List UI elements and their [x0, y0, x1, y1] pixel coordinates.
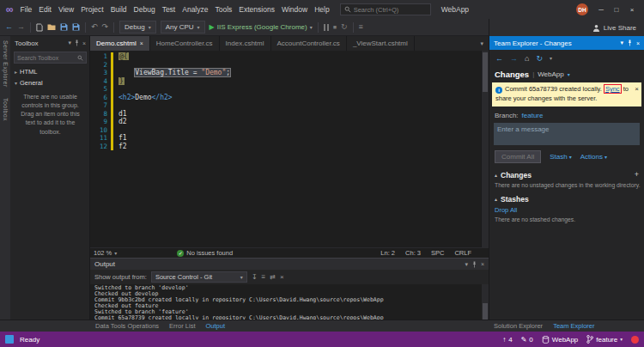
navigate-forward-icon[interactable]: →: [17, 23, 25, 31]
menu-build[interactable]: Build: [107, 5, 131, 14]
toolbox-search-input[interactable]: [17, 55, 76, 61]
close-icon[interactable]: ×: [636, 40, 640, 46]
tab-demo-cshtml[interactable]: Demo.cshtml×: [90, 36, 150, 51]
menu-file[interactable]: File: [17, 5, 36, 14]
pin-icon[interactable]: [627, 40, 633, 46]
live-share-button[interactable]: Live Share: [604, 24, 636, 32]
tab-data-tools-operations[interactable]: Data Tools Operations: [90, 322, 164, 330]
scrollbar-thumb[interactable]: [483, 52, 488, 92]
commit-all-button[interactable]: Commit All: [495, 150, 541, 163]
stop-icon[interactable]: ■: [333, 24, 337, 30]
status-ready: Ready: [20, 336, 39, 344]
tab-accountcontroller-cs[interactable]: AccountController.cs: [271, 36, 347, 51]
menu-window[interactable]: Window: [278, 5, 311, 14]
repository-indicator[interactable]: WebApp: [542, 336, 579, 344]
chevron-down-icon[interactable]: ▾: [620, 40, 623, 46]
document-list-icon[interactable]: ▾: [480, 40, 483, 47]
maximize-button[interactable]: □: [609, 3, 624, 16]
tab-solution-explorer[interactable]: Solution Explorer: [489, 322, 548, 330]
stash-dropdown[interactable]: Stash▾: [550, 153, 571, 161]
restart-icon[interactable]: ↻: [341, 23, 348, 31]
break-all-icon[interactable]: [324, 24, 329, 31]
background-tasks-icon[interactable]: [5, 335, 14, 344]
open-folder-icon[interactable]: [47, 23, 56, 31]
output-source-dropdown[interactable]: Source Control - Git▾: [151, 271, 247, 283]
forward-icon[interactable]: →: [510, 54, 518, 63]
close-icon[interactable]: ×: [635, 84, 639, 94]
clear-output-icon[interactable]: ×: [280, 273, 284, 281]
back-icon[interactable]: ←: [495, 54, 503, 63]
add-icon[interactable]: +: [635, 171, 639, 179]
code-editor[interactable]: 1 @{ 2 3 ViewBag.Title = "Demo"; 4 } 5 6: [90, 51, 489, 247]
output-log[interactable]: Switched to branch 'develop' Checked out…: [90, 284, 489, 321]
scrollbar-thumb[interactable]: [483, 303, 488, 320]
outgoing-commits-indicator[interactable]: ↑4: [502, 336, 512, 344]
chevron-down-icon[interactable]: ▾: [568, 71, 570, 77]
close-icon[interactable]: ×: [481, 261, 484, 267]
toggle-output-icon[interactable]: ⇄: [270, 273, 276, 281]
toolbox-search-box[interactable]: [14, 52, 87, 64]
search-input[interactable]: [354, 6, 427, 14]
close-icon[interactable]: ×: [140, 40, 143, 46]
actions-dropdown[interactable]: Actions▾: [580, 153, 607, 161]
pin-icon[interactable]: [471, 261, 477, 268]
quick-search-box[interactable]: [340, 3, 431, 15]
pin-icon[interactable]: [74, 40, 80, 46]
tab-index-cshtml[interactable]: Index.cshtml: [220, 36, 271, 51]
toolbox-group-general[interactable]: ▾ General: [11, 77, 89, 88]
find-in-files-icon[interactable]: ≡: [359, 23, 363, 31]
undo-icon[interactable]: ↶: [91, 23, 98, 31]
refresh-icon[interactable]: ↻: [536, 54, 543, 63]
menu-analyze[interactable]: Analyze: [179, 5, 211, 14]
commit-message-box[interactable]: Enter a message: [494, 123, 640, 145]
menu-view[interactable]: View: [55, 5, 77, 14]
tab-error-list[interactable]: Error List: [164, 322, 200, 330]
changes-section-header[interactable]: ▴ Changes +: [489, 167, 644, 181]
chevron-down-icon[interactable]: ▾: [465, 261, 468, 268]
menu-extensions[interactable]: Extensions: [235, 5, 278, 14]
drop-all-link[interactable]: Drop All: [489, 205, 644, 216]
sidebar-tab-server-explorer[interactable]: Server Explorer: [3, 40, 9, 88]
tab-viewstart-cshtml[interactable]: _ViewStart.cshtml: [347, 36, 415, 51]
word-wrap-icon[interactable]: ≡: [262, 273, 266, 281]
redo-icon[interactable]: ↷: [102, 23, 109, 31]
menu-project[interactable]: Project: [77, 5, 106, 14]
solution-config-dropdown[interactable]: Debug▾: [119, 21, 156, 33]
zoom-dropdown[interactable]: 102 %▾: [94, 249, 117, 257]
editor-scrollbar[interactable]: [481, 51, 489, 247]
minimize-button[interactable]: ─: [593, 3, 609, 16]
menu-help[interactable]: Help: [311, 5, 332, 14]
save-all-icon[interactable]: [72, 23, 80, 31]
chevron-down-icon[interactable]: ▾: [550, 55, 552, 61]
new-file-icon[interactable]: [36, 23, 43, 32]
output-scrollbar[interactable]: [482, 284, 489, 321]
chevron-down-icon[interactable]: ▾: [68, 40, 71, 46]
menu-debug[interactable]: Debug: [131, 5, 159, 14]
start-debugging-button[interactable]: ▶ IIS Express (Google Chrome) ▾: [210, 23, 313, 31]
save-icon[interactable]: [60, 23, 68, 31]
stashes-section-header[interactable]: ▴ Stashes: [489, 192, 644, 205]
document-health-indicator[interactable]: ✓No issues found: [177, 249, 233, 257]
menu-tools[interactable]: Tools: [211, 5, 235, 14]
line-number: 2: [90, 61, 109, 70]
tab-team-explorer[interactable]: Team Explorer: [548, 322, 599, 330]
tab-output[interactable]: Output: [201, 322, 231, 330]
menu-test[interactable]: Test: [159, 5, 179, 14]
scroll-to-end-icon[interactable]: ↧: [252, 273, 258, 281]
tab-homecontroller-cs[interactable]: HomeController.cs: [150, 36, 220, 51]
close-icon[interactable]: ×: [82, 40, 86, 46]
chevron-right-icon: ▸: [15, 69, 17, 75]
navigate-back-icon[interactable]: ←: [5, 23, 13, 31]
home-icon[interactable]: ⌂: [525, 54, 529, 63]
branch-link[interactable]: feature: [522, 112, 544, 119]
branch-indicator[interactable]: feature ▾: [586, 335, 623, 344]
user-avatar[interactable]: DH: [576, 3, 588, 15]
sync-link[interactable]: Sync: [604, 84, 622, 94]
close-button[interactable]: ×: [624, 3, 640, 16]
notification-badge[interactable]: [631, 336, 639, 344]
sidebar-tab-toolbox[interactable]: Toolbox: [3, 98, 9, 121]
pending-edits-indicator[interactable]: ✎0: [521, 336, 533, 344]
menu-edit[interactable]: Edit: [35, 5, 55, 14]
toolbox-group-html[interactable]: ▸ HTML: [11, 66, 89, 77]
solution-platform-dropdown[interactable]: Any CPU▾: [161, 21, 205, 33]
